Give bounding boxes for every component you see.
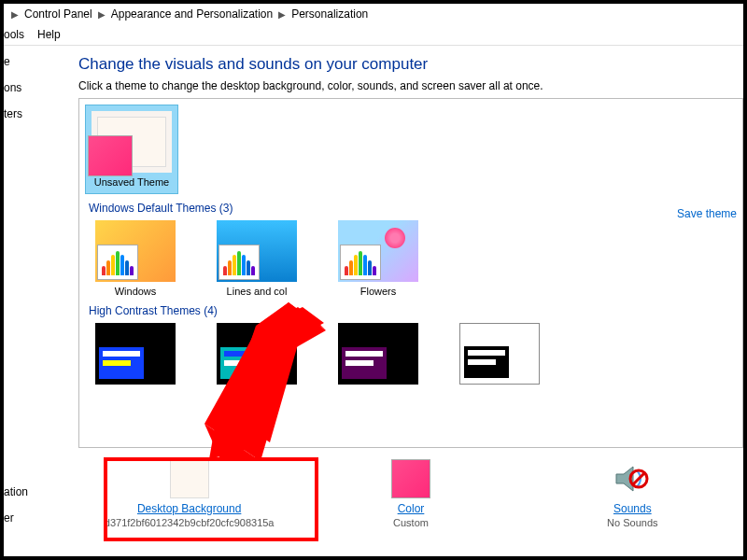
color-option[interactable]: Color Custom bbox=[317, 459, 504, 528]
sounds-option[interactable]: Sounds No Sounds bbox=[539, 459, 726, 528]
theme-lines[interactable]: Lines and col bbox=[210, 220, 303, 297]
menu-help[interactable]: Help bbox=[37, 28, 61, 41]
theme-thumb bbox=[217, 220, 297, 282]
theme-thumb bbox=[92, 111, 172, 173]
annotation-arrow-icon bbox=[204, 302, 326, 461]
crumb-control-panel[interactable]: Control Panel bbox=[24, 7, 92, 21]
crumb-personalization[interactable]: Personalization bbox=[291, 7, 368, 21]
sidebar-item[interactable]: er bbox=[4, 511, 32, 525]
theme-unsaved[interactable]: Unsaved Theme bbox=[85, 105, 178, 194]
theme-label: Flowers bbox=[360, 286, 397, 297]
menubar: ools Help bbox=[4, 24, 743, 46]
theme-thumb bbox=[338, 220, 418, 282]
default-themes-row: Windows Lines and col Flowers bbox=[79, 220, 742, 297]
theme-thumb bbox=[459, 323, 540, 385]
page-heading: Change the visuals and sounds on your co… bbox=[78, 55, 743, 74]
fan-icon bbox=[340, 245, 381, 280]
sidebar: e ons ters bbox=[4, 46, 32, 555]
breadcrumb[interactable]: ▶ Control Panel ▶ Appearance and Persona… bbox=[4, 4, 743, 24]
menu-tools[interactable]: ools bbox=[4, 28, 24, 41]
fan-icon bbox=[97, 245, 138, 280]
color-link[interactable]: Color bbox=[398, 502, 425, 515]
sidebar-item[interactable]: e bbox=[4, 55, 32, 68]
hc-themes-row bbox=[79, 323, 742, 385]
themes-container: Unsaved Theme Save theme Windows Default… bbox=[78, 98, 743, 448]
theme-thumb bbox=[95, 323, 176, 385]
crumb-appearance[interactable]: Appearance and Personalization bbox=[111, 7, 273, 21]
page-subhead: Click a theme to change the desktop back… bbox=[78, 79, 743, 92]
sidebar-item[interactable]: ters bbox=[4, 107, 32, 120]
theme-label: Lines and col bbox=[227, 286, 288, 297]
chevron-right-icon: ▶ bbox=[98, 9, 106, 20]
theme-hc-white[interactable] bbox=[453, 323, 546, 385]
save-theme-link[interactable]: Save theme bbox=[677, 207, 737, 220]
theme-thumb bbox=[338, 323, 418, 385]
hc-window-icon bbox=[342, 347, 387, 379]
theme-windows[interactable]: Windows bbox=[89, 220, 182, 297]
color-icon bbox=[391, 459, 430, 498]
group-hc-label: High Contrast Themes (4) bbox=[89, 304, 742, 317]
theme-flowers[interactable]: Flowers bbox=[331, 220, 425, 297]
annotation-highlight bbox=[104, 457, 318, 541]
chevron-right-icon: ▶ bbox=[278, 9, 286, 20]
sounds-value: No Sounds bbox=[607, 517, 657, 528]
sounds-link[interactable]: Sounds bbox=[613, 502, 652, 515]
chevron-right-icon: ▶ bbox=[11, 9, 19, 20]
theme-label: Unsaved Theme bbox=[92, 176, 172, 188]
color-swatch-icon bbox=[88, 135, 133, 176]
hc-window-icon bbox=[99, 347, 144, 379]
sidebar-item[interactable]: ons bbox=[4, 81, 32, 94]
color-value: Custom bbox=[393, 517, 429, 528]
sidebar-item[interactable]: ation bbox=[4, 485, 32, 498]
theme-label: Windows bbox=[115, 286, 157, 297]
group-default-label: Windows Default Themes (3) bbox=[89, 202, 742, 215]
theme-hc-black[interactable] bbox=[331, 323, 425, 385]
theme-thumb bbox=[95, 220, 176, 282]
sounds-icon bbox=[613, 459, 652, 498]
hc-window-icon bbox=[464, 346, 509, 378]
theme-hc1[interactable] bbox=[89, 323, 182, 385]
sidebar-bottom: ation er bbox=[4, 485, 32, 538]
fan-icon bbox=[218, 245, 260, 280]
